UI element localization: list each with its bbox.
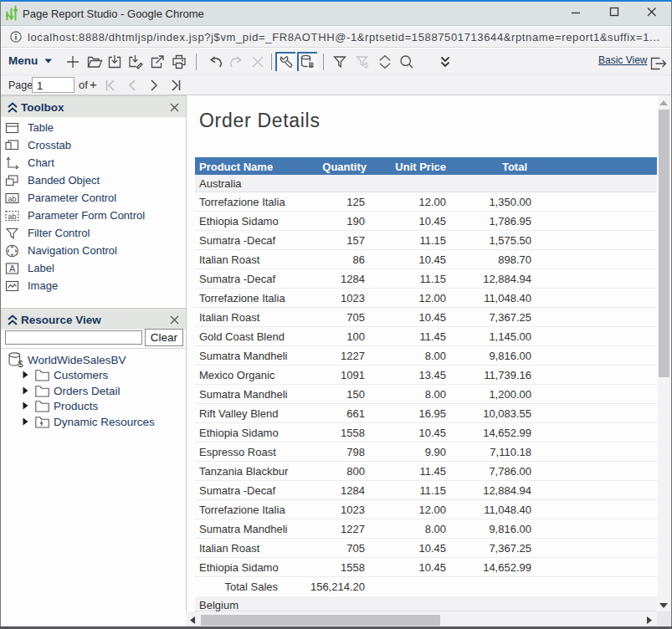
svg-text:$: $ [18, 359, 23, 368]
svg-text:$: $ [364, 61, 368, 69]
svg-text:A: A [9, 263, 16, 274]
svg-text:ab: ab [8, 212, 17, 221]
svg-text:ab: ab [8, 195, 17, 203]
